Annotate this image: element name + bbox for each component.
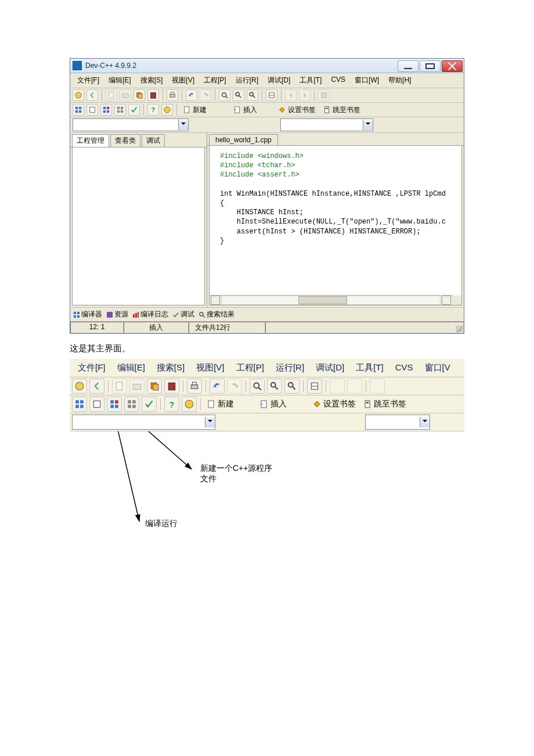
paste-icon[interactable] — [164, 379, 179, 394]
about-icon[interactable] — [161, 104, 173, 116]
find-icon[interactable] — [219, 89, 230, 101]
find-next-icon[interactable] — [233, 89, 244, 101]
goto-line-icon[interactable] — [307, 379, 322, 394]
menu2-tools[interactable]: 工具[T] — [350, 360, 389, 376]
replace-icon[interactable] — [247, 89, 258, 101]
class-combo[interactable] — [72, 415, 215, 430]
nav-fwd-icon[interactable] — [347, 379, 362, 394]
svg-point-54 — [288, 383, 293, 387]
find-next-icon[interactable] — [267, 379, 282, 394]
new-button[interactable]: 新建 — [204, 399, 236, 409]
menu2-cvs[interactable]: CVS — [389, 360, 419, 376]
find-icon[interactable] — [250, 379, 265, 394]
redo-icon[interactable] — [227, 379, 242, 394]
menu2-view[interactable]: 视图[V] — [190, 360, 230, 376]
maximize-button[interactable] — [420, 60, 441, 72]
close-button[interactable] — [442, 60, 463, 72]
h-scrollbar[interactable] — [210, 295, 452, 305]
menu2-project[interactable]: 工程[P] — [230, 360, 270, 376]
back-icon[interactable] — [86, 89, 98, 101]
side-tab-debug[interactable]: 调试 — [142, 134, 165, 147]
menu-cvs[interactable]: CVS — [326, 74, 350, 87]
minimize-button[interactable] — [398, 60, 418, 72]
class-combo[interactable] — [73, 118, 189, 131]
scroll-thumb[interactable] — [298, 296, 348, 304]
compile-run-icon[interactable] — [100, 104, 112, 116]
help-icon[interactable]: ? — [147, 104, 159, 116]
menu-help[interactable]: 帮助[H] — [384, 74, 416, 87]
new-file-icon[interactable] — [106, 89, 117, 101]
btab-log[interactable]: 编译日志 — [133, 309, 168, 319]
compile-icon[interactable] — [73, 104, 84, 116]
nav-back-icon[interactable] — [330, 379, 345, 394]
goto-bookmark-button[interactable]: 跳至书签 — [360, 399, 409, 409]
editor-tab[interactable]: hello_world_1.cpp — [209, 134, 278, 145]
menu-view[interactable]: 视图[V] — [167, 74, 199, 87]
resize-grip-icon[interactable] — [456, 325, 463, 332]
menu2-debug[interactable]: 调试[D] — [310, 360, 350, 376]
nav-back-icon[interactable] — [285, 89, 297, 101]
menu-window[interactable]: 窗口[W] — [350, 74, 384, 87]
btab-resource[interactable]: 资源 — [107, 309, 128, 319]
menu-edit[interactable]: 编辑[E] — [104, 74, 136, 87]
scroll-right-icon[interactable] — [442, 296, 451, 305]
debug-ok-icon[interactable] — [142, 397, 157, 412]
btab-search[interactable]: 搜索结果 — [199, 309, 234, 319]
nav-fwd-icon[interactable] — [299, 89, 311, 101]
new-file-icon[interactable] — [112, 379, 127, 394]
menu2-edit[interactable]: 编辑[E] — [111, 360, 151, 376]
menu2-window[interactable]: 窗口[V — [419, 360, 456, 376]
back-icon[interactable] — [89, 379, 104, 394]
about-icon[interactable] — [182, 397, 197, 412]
titlebar[interactable]: Dev-C++ 4.9.9.2 — [70, 59, 464, 73]
set-bookmark-button[interactable]: 设置书签 — [276, 105, 318, 115]
new-button[interactable]: 新建 — [181, 105, 209, 115]
rebuild-icon[interactable] — [124, 397, 139, 412]
run-icon[interactable] — [86, 104, 98, 116]
paste-icon[interactable] — [147, 89, 159, 101]
menu-project[interactable]: 工程[P] — [199, 74, 231, 87]
menu-debug[interactable]: 调试[D] — [263, 74, 295, 87]
disk-icon[interactable] — [318, 89, 330, 101]
menu-run[interactable]: 运行[R] — [231, 74, 263, 87]
debug-ok-icon[interactable] — [128, 104, 140, 116]
goto-bookmark-button[interactable]: 跳至书签 — [320, 105, 363, 115]
open-icon[interactable] — [120, 89, 131, 101]
help-icon[interactable]: ? — [164, 397, 179, 412]
copy-icon[interactable] — [134, 89, 145, 101]
function-combo[interactable] — [365, 415, 430, 430]
undo-icon[interactable] — [186, 89, 197, 101]
side-tab-class[interactable]: 查看类 — [110, 134, 140, 147]
insert-button[interactable]: 插入 — [231, 105, 259, 115]
open-icon[interactable] — [129, 379, 145, 394]
globe-icon[interactable] — [72, 379, 87, 394]
redo-icon[interactable] — [200, 89, 211, 101]
rebuild-icon[interactable] — [114, 104, 126, 116]
project-tree[interactable] — [72, 147, 205, 305]
menu2-search[interactable]: 搜索[S] — [151, 360, 190, 376]
side-tab-project[interactable]: 工程管理 — [72, 134, 109, 147]
insert-button[interactable]: 插入 — [257, 399, 289, 409]
disk-icon[interactable] — [370, 379, 385, 394]
compile-icon[interactable] — [72, 397, 87, 412]
globe-icon[interactable] — [73, 89, 84, 101]
function-combo[interactable] — [280, 118, 373, 131]
goto-line-icon[interactable] — [266, 89, 277, 101]
compile-run-icon[interactable] — [107, 397, 122, 412]
menu2-run[interactable]: 运行[R] — [270, 360, 310, 376]
scroll-left-icon[interactable] — [211, 296, 220, 305]
set-bookmark-button[interactable]: 设置书签 — [310, 399, 358, 409]
copy-icon[interactable] — [147, 379, 162, 394]
print-icon[interactable] — [167, 89, 178, 101]
menu-search[interactable]: 搜索[S] — [136, 74, 168, 87]
btab-compiler[interactable]: 编译器 — [74, 309, 102, 319]
menu-tools[interactable]: 工具[T] — [295, 74, 326, 87]
menu2-file[interactable]: 文件[F] — [72, 360, 111, 376]
undo-icon[interactable] — [210, 379, 225, 394]
replace-icon[interactable] — [284, 379, 300, 394]
print-icon[interactable] — [187, 379, 202, 394]
btab-debug[interactable]: 调试 — [173, 309, 194, 319]
menu-file[interactable]: 文件[F] — [73, 74, 104, 87]
run-icon[interactable] — [89, 397, 104, 412]
code-editor[interactable]: #include <windows.h> #include <tchar.h> … — [209, 146, 462, 305]
